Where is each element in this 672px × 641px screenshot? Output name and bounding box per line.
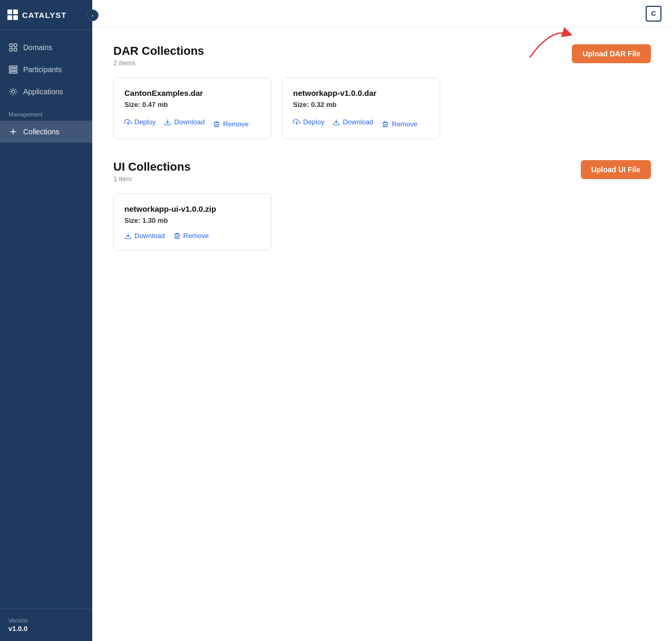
management-section-label: Management: [0, 103, 92, 121]
page-content: DAR Collections 2 items Upload DAR File: [92, 27, 672, 641]
participants-icon: [8, 65, 18, 74]
dar-card-1-download-button[interactable]: Download: [333, 116, 373, 128]
sidebar-item-domains[interactable]: Domains: [0, 36, 92, 58]
sidebar-item-collections[interactable]: Collections: [0, 121, 92, 143]
dar-section-count: 2 items: [113, 59, 204, 67]
ui-section-header: UI Collections 1 item Upload UI File: [113, 160, 651, 183]
red-arrow-annotation: [524, 23, 572, 60]
dar-card-0-deploy-button[interactable]: Deploy: [124, 116, 155, 128]
ui-card-0-size: Size: 1.30 mb: [124, 216, 260, 224]
dar-card-1-size: Size: 0.32 mb: [293, 101, 429, 109]
upload-ui-file-button[interactable]: Upload UI File: [581, 160, 651, 179]
upload-dar-file-button[interactable]: Upload DAR File: [572, 44, 651, 63]
ui-card-0-title: networkapp-ui-v1.0.0.zip: [124, 204, 260, 213]
dar-section-title-group: DAR Collections 2 items: [113, 44, 204, 67]
dar-card-0-actions: Deploy Download: [124, 116, 260, 128]
sidebar: CATALYST ‹ Domains Participants: [0, 0, 92, 641]
sidebar-item-participants[interactable]: Participants: [0, 58, 92, 81]
dar-section-title: DAR Collections: [113, 44, 204, 58]
dar-card-0-download-button[interactable]: Download: [164, 116, 204, 128]
ui-card-0-actions: Download Remove: [124, 232, 260, 240]
download-icon: [164, 119, 171, 126]
ui-card-0: networkapp-ui-v1.0.0.zip Size: 1.30 mb: [113, 193, 271, 251]
main-content: C DAR Collections 2 items: [92, 0, 672, 641]
sidebar-item-label-participants: Participants: [23, 65, 62, 74]
user-avatar[interactable]: C: [646, 6, 661, 22]
ui-card-0-download-button[interactable]: Download: [124, 232, 165, 240]
sidebar-logo: CATALYST ‹: [0, 0, 92, 30]
dar-section-header: DAR Collections 2 items Upload DAR File: [113, 44, 651, 67]
ui-section-title-group: UI Collections 1 item: [113, 160, 191, 183]
svg-rect-2: [9, 48, 12, 51]
dar-card-0-remove-button[interactable]: Remove: [213, 120, 248, 128]
version-label: Version: [8, 617, 84, 624]
dar-collections-section: DAR Collections 2 items Upload DAR File: [113, 44, 651, 139]
trash-icon: [173, 232, 181, 240]
domains-icon: [8, 43, 18, 52]
ui-cards-grid: networkapp-ui-v1.0.0.zip Size: 1.30 mb: [113, 193, 651, 251]
svg-rect-1: [14, 44, 17, 46]
svg-rect-6: [9, 72, 17, 73]
dar-card-0-title: CantonExamples.dar: [124, 88, 260, 97]
sidebar-item-applications[interactable]: Applications: [0, 81, 92, 103]
sidebar-footer: Version v1.0.0: [0, 608, 92, 641]
sidebar-nav: Domains Participants Applications Manage…: [0, 30, 92, 608]
trash-icon: [213, 121, 220, 128]
trash-icon: [382, 121, 389, 128]
dar-card-1-title: networkapp-v1.0.0.dar: [293, 88, 429, 97]
download-icon: [124, 232, 132, 240]
deploy-icon: [124, 119, 132, 126]
svg-rect-3: [14, 48, 17, 51]
dar-upload-area: Upload DAR File: [572, 44, 651, 63]
version-value: v1.0.0: [8, 625, 84, 633]
svg-rect-4: [9, 66, 17, 67]
dar-card-0-size: Size: 0.47 mb: [124, 101, 260, 109]
sidebar-collapse-button[interactable]: ‹: [87, 9, 99, 21]
svg-rect-0: [9, 44, 12, 46]
download-icon: [333, 119, 340, 126]
ui-section-title: UI Collections: [113, 160, 191, 174]
ui-collections-section: UI Collections 1 item Upload UI File net…: [113, 160, 651, 251]
applications-icon: [8, 87, 18, 96]
sidebar-item-label-domains: Domains: [23, 43, 52, 52]
ui-card-0-remove-button[interactable]: Remove: [173, 232, 209, 240]
logo-icon: [7, 9, 18, 20]
deploy-icon: [293, 119, 300, 126]
dar-card-1-remove-button[interactable]: Remove: [382, 120, 417, 128]
svg-point-7: [12, 90, 15, 93]
dar-card-1: networkapp-v1.0.0.dar Size: 0.32 mb: [282, 77, 440, 139]
topbar: C: [92, 0, 672, 27]
dar-card-0: CantonExamples.dar Size: 0.47 mb De: [113, 77, 271, 139]
dar-card-1-actions: Deploy Download: [293, 116, 429, 128]
dar-card-1-deploy-button[interactable]: Deploy: [293, 116, 324, 128]
collections-icon: [8, 127, 18, 136]
svg-rect-5: [9, 69, 17, 71]
dar-cards-grid: CantonExamples.dar Size: 0.47 mb De: [113, 77, 651, 139]
sidebar-item-label-applications: Applications: [23, 87, 63, 96]
app-title: CATALYST: [22, 11, 66, 19]
sidebar-item-label-collections: Collections: [23, 127, 59, 136]
ui-section-count: 1 item: [113, 175, 191, 183]
